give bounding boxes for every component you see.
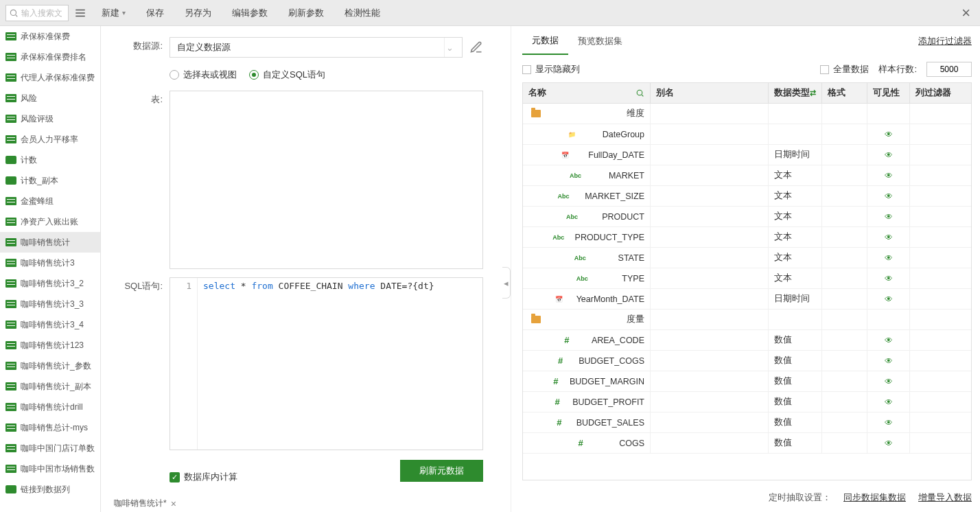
sidebar-item[interactable]: 会员人力平移率 bbox=[0, 129, 100, 150]
sidebar-item[interactable]: 咖啡销售统计drill bbox=[0, 397, 100, 417]
menu-refresh-params[interactable]: 刷新参数 bbox=[288, 7, 324, 19]
sidebar-item[interactable]: 咖啡销售统计3_4 bbox=[0, 314, 100, 335]
eye-icon[interactable]: 👁 bbox=[885, 418, 893, 428]
table-box[interactable] bbox=[170, 91, 483, 269]
dataset-tab[interactable]: 咖啡销售统计* × bbox=[108, 496, 178, 511]
number-type-icon: # bbox=[556, 356, 565, 366]
edit-icon[interactable] bbox=[469, 40, 483, 54]
field-row[interactable]: #BUDGET_PROFIT数值👁 bbox=[523, 392, 971, 412]
sidebar-item[interactable]: 链接到数据列 bbox=[0, 479, 100, 500]
field-row[interactable]: AbcMARKET文本👁 bbox=[523, 165, 971, 186]
menu-new[interactable]: 新建▾ bbox=[102, 7, 126, 19]
field-row[interactable]: #COGS数值👁 bbox=[523, 433, 971, 454]
sidebar-item[interactable]: 咖啡中国市场销售数 bbox=[0, 458, 100, 479]
eye-icon[interactable]: 👁 bbox=[885, 253, 893, 263]
field-row[interactable]: 📅FullDay_DATE日期时间👁 bbox=[523, 145, 971, 165]
col-header-name[interactable]: 名称 bbox=[523, 83, 651, 103]
sidebar-item[interactable]: 咖啡销售统计 bbox=[0, 232, 100, 253]
sidebar-item[interactable]: 咖啡销售统计123 bbox=[0, 335, 100, 356]
field-row[interactable]: #BUDGET_COGS数值👁 bbox=[523, 351, 971, 371]
sidebar-item[interactable]: 咖啡销售统计3_2 bbox=[0, 273, 100, 294]
eye-icon[interactable]: 👁 bbox=[885, 171, 893, 181]
field-row[interactable]: AbcMARKET_SIZE文本👁 bbox=[523, 186, 971, 207]
col-header-alias[interactable]: 别名 bbox=[651, 83, 769, 103]
tab-close-icon[interactable]: × bbox=[171, 498, 176, 509]
sidebar-item[interactable]: 风险评级 bbox=[0, 108, 100, 129]
swap-icon[interactable]: ⇄ bbox=[810, 89, 816, 97]
sidebar-item[interactable]: 风险 bbox=[0, 88, 100, 108]
menu-save[interactable]: 保存 bbox=[146, 7, 164, 19]
category-row[interactable]: 维度 bbox=[523, 104, 971, 124]
sidebar-item[interactable]: 咖啡销售统计3_3 bbox=[0, 294, 100, 314]
incremental-import-link[interactable]: 增量导入数据 bbox=[918, 491, 972, 504]
search-box[interactable] bbox=[5, 5, 69, 21]
sidebar-item[interactable]: 代理人承保标准保费 bbox=[0, 67, 100, 88]
sidebar-item[interactable]: 咖啡销售统计3 bbox=[0, 253, 100, 273]
field-row[interactable]: 📅YearMonth_DATE日期时间👁 bbox=[523, 289, 971, 310]
refresh-metadata-button[interactable]: 刷新元数据 bbox=[400, 460, 483, 482]
sql-editor[interactable]: 1 select * from COFFEE_CHAIN where DATE=… bbox=[170, 277, 483, 450]
field-row[interactable]: AbcPRODUCT_TYPE文本👁 bbox=[523, 227, 971, 248]
col-header-visibility[interactable]: 可见性 bbox=[867, 83, 910, 103]
sidebar-item[interactable]: 承保标准保费 bbox=[0, 26, 100, 47]
menu-edit-params[interactable]: 编辑参数 bbox=[232, 7, 268, 19]
sidebar-item[interactable]: 咖啡销售统计_参数 bbox=[0, 356, 100, 376]
sidebar-item[interactable]: 承保标准保费排名 bbox=[0, 47, 100, 67]
field-row[interactable]: AbcPRODUCT文本👁 bbox=[523, 207, 971, 227]
field-name: BUDGET_PROFIT bbox=[572, 397, 644, 407]
tab-metadata[interactable]: 元数据 bbox=[522, 27, 568, 55]
eye-icon[interactable]: 👁 bbox=[885, 377, 893, 386]
eye-icon[interactable]: 👁 bbox=[885, 439, 893, 448]
field-row[interactable]: #BUDGET_MARGIN数值👁 bbox=[523, 371, 971, 392]
sidebar-item[interactable]: 咖啡中国门店订单数 bbox=[0, 438, 100, 458]
collapse-button[interactable]: ◂ bbox=[502, 267, 511, 299]
sidebar-item[interactable]: 净资产入账出账 bbox=[0, 211, 100, 232]
sidebar-item[interactable]: 咖啡销售统计_副本 bbox=[0, 376, 100, 397]
category-row[interactable]: 度量 bbox=[523, 310, 971, 330]
eye-icon[interactable]: 👁 bbox=[885, 191, 893, 201]
tab-preview[interactable]: 预览数据集 bbox=[568, 28, 632, 54]
eye-icon[interactable]: 👁 bbox=[885, 274, 893, 283]
add-row-filter-link[interactable]: 添加行过滤器 bbox=[918, 35, 972, 47]
internal-calc-checkbox[interactable]: ✓ 数据库内计算 bbox=[170, 471, 237, 483]
radio-custom-sql[interactable]: 自定义SQL语句 bbox=[249, 69, 325, 81]
field-row[interactable]: #BUDGET_SALES数值👁 bbox=[523, 412, 971, 433]
field-row[interactable]: #AREA_CODE数值👁 bbox=[523, 330, 971, 351]
eye-icon[interactable]: 👁 bbox=[885, 397, 893, 407]
grid-body[interactable]: 维度📁DateGroup👁📅FullDay_DATE日期时间👁AbcMARKET… bbox=[523, 104, 971, 480]
search-icon[interactable] bbox=[635, 89, 644, 97]
col-header-format[interactable]: 格式 bbox=[822, 83, 867, 103]
radio-table-or-view[interactable]: 选择表或视图 bbox=[170, 69, 237, 81]
col-header-type[interactable]: 数据类型⇄ bbox=[769, 83, 822, 103]
sample-rows-input[interactable] bbox=[926, 62, 972, 77]
eye-icon[interactable]: 👁 bbox=[885, 336, 893, 345]
sql-text[interactable]: select * from COFFEE_CHAIN where DATE=?{… bbox=[198, 278, 482, 450]
eye-icon[interactable]: 👁 bbox=[885, 294, 893, 304]
table-icon bbox=[5, 115, 16, 123]
field-row[interactable]: AbcTYPE文本👁 bbox=[523, 268, 971, 289]
menu-check-perf[interactable]: 检测性能 bbox=[345, 7, 380, 19]
full-data-checkbox[interactable]: 全量数据 bbox=[820, 63, 869, 75]
close-icon[interactable]: × bbox=[957, 4, 975, 22]
field-row[interactable]: 📁DateGroup👁 bbox=[523, 124, 971, 145]
eye-icon[interactable]: 👁 bbox=[885, 150, 893, 160]
sidebar-item[interactable]: 计数_副本 bbox=[0, 170, 100, 191]
field-row[interactable]: AbcSTATE文本👁 bbox=[523, 248, 971, 268]
eye-icon[interactable]: 👁 bbox=[885, 130, 893, 139]
eye-icon[interactable]: 👁 bbox=[885, 233, 893, 242]
menu-save-as[interactable]: 另存为 bbox=[185, 7, 211, 19]
menu-icon[interactable] bbox=[74, 7, 86, 19]
col-header-filter[interactable]: 列过滤器 bbox=[910, 83, 971, 103]
search-input[interactable] bbox=[21, 8, 65, 18]
field-type: 数值 bbox=[769, 433, 822, 453]
eye-icon[interactable]: 👁 bbox=[885, 356, 893, 366]
table-icon bbox=[5, 341, 16, 349]
sidebar-item[interactable]: 金蜜蜂组 bbox=[0, 191, 100, 211]
sidebar-item[interactable]: 计数 bbox=[0, 150, 100, 170]
eye-icon[interactable]: 👁 bbox=[885, 212, 893, 222]
show-hidden-checkbox[interactable]: 显示隐藏列 bbox=[522, 63, 580, 75]
sync-dataset-link[interactable]: 同步数据集数据 bbox=[843, 491, 906, 504]
datasource-select[interactable]: 自定义数据源 ⌄ bbox=[170, 37, 463, 58]
sidebar-item[interactable]: 咖啡销售总计-mys bbox=[0, 417, 100, 438]
sidebar-item-label: 金蜜蜂组 bbox=[21, 196, 54, 207]
